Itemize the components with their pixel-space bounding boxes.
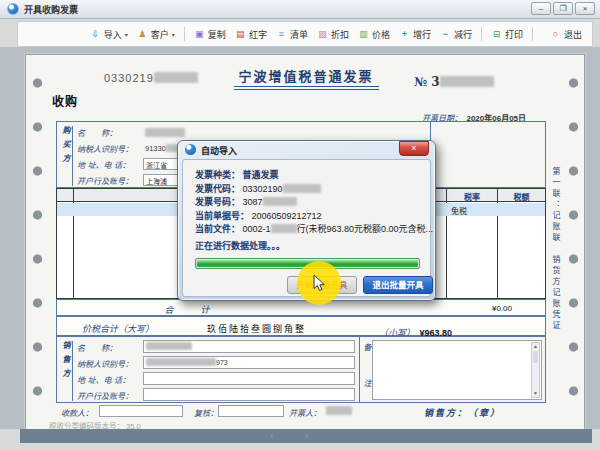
toolbar-button-label: 增行	[413, 28, 431, 41]
footer-band: ‹ ›	[20, 429, 592, 443]
reviewer-label: 复核：	[194, 407, 218, 418]
minimize-button[interactable]: –	[531, 2, 551, 15]
field-value-suffix: 行(未税963.80元税额0.00元含税...	[297, 224, 434, 234]
chevron-down-icon: ▾	[125, 31, 128, 38]
tax-amount-header-cell: 税额	[498, 191, 545, 202]
buyer-name-value	[145, 128, 185, 137]
toolbar-button-list[interactable]: ≡ 清单	[276, 28, 308, 41]
maximize-button[interactable]: ❐	[553, 2, 573, 15]
remarks-side-label: 备注	[361, 343, 372, 397]
number-symbol: №	[414, 75, 427, 89]
seller-bank-input[interactable]	[143, 388, 355, 401]
drawer-label: 开票人：	[289, 407, 321, 418]
field-label: 发票种类：	[195, 170, 240, 180]
toolbar-button-remove-row[interactable]: − 减行	[440, 28, 472, 41]
buyer-taxid-prefix: 91330	[145, 144, 166, 153]
amount-words-value: 玖佰陆拾叁圆捌角整	[207, 322, 306, 335]
toolbar-button-exit[interactable]: ○ 退出	[550, 28, 582, 41]
payee-label: 收款人：	[61, 407, 93, 418]
seller-address-label: 地 址、电 话：	[77, 374, 130, 385]
toolbar-button-label: 客户	[151, 28, 169, 41]
perforation-dots-right	[567, 61, 580, 425]
redacted-value	[271, 224, 297, 233]
field-value: 20060509212712	[252, 211, 322, 221]
invoice-code-prefix: 0330219	[104, 72, 154, 84]
window-title: 开具收购发票	[24, 3, 78, 16]
seller-seal-label: 销售方：（章）	[424, 406, 501, 419]
current-file-row: 当前文件： 0002-1行(未税963.80元税额0.00元含税...	[195, 222, 430, 236]
scrollbar-thumb[interactable]	[533, 351, 538, 363]
remarks-scrollbar[interactable]: ▲ ▼	[531, 342, 540, 398]
tax-rate-value: 免税	[451, 205, 467, 216]
field-label: 发票代码：	[195, 184, 240, 194]
stub-copy-label: 第一联：记账联 销货方记账凭证	[550, 167, 561, 399]
seller-name-input[interactable]	[143, 340, 355, 353]
field-label: 当前文件：	[195, 224, 240, 234]
tax-rate-header-cell: 税率	[447, 191, 497, 202]
title-bar: 开具收购发票 – ❐ ×	[0, 0, 600, 19]
redacted-value	[283, 184, 321, 193]
redacted-value	[263, 197, 297, 206]
dialog-close-button[interactable]: ×	[399, 141, 429, 156]
buyer-side-label: 购买方	[59, 126, 73, 186]
discount-icon: ▧	[317, 29, 328, 39]
field-value: 03302190	[243, 184, 283, 194]
list-icon: ≡	[276, 29, 287, 39]
amount-words-label: 价税合计（大写）	[82, 322, 154, 335]
red-letter-icon: ▤	[235, 29, 246, 39]
exit-batch-button[interactable]: 退出批量开具	[363, 276, 433, 294]
cursor-icon	[313, 274, 327, 293]
toolbar-button-print[interactable]: ⊟ 打印	[491, 28, 523, 41]
printer-icon: ⊟	[491, 29, 502, 39]
seller-taxid-input[interactable]: 973	[143, 356, 355, 369]
toolbar-button-copy[interactable]: ▣ 复制	[194, 28, 226, 41]
redacted-value	[154, 72, 198, 83]
toolbar-button-label: 红字	[249, 28, 267, 41]
scroll-up-icon[interactable]: ▲	[532, 343, 539, 350]
toolbar-button-import[interactable]: ⇩ 导入 ▾	[90, 28, 128, 41]
reviewer-input[interactable]	[218, 405, 284, 417]
toolbar-button-label: 折扣	[331, 28, 349, 41]
payee-input[interactable]	[99, 405, 183, 417]
toolbar-separator	[184, 27, 185, 41]
invoice-code-row: 发票代码： 03302190	[195, 182, 430, 196]
remarks-box[interactable]: ▲ ▼	[372, 340, 542, 400]
nav-right-icon: ›	[305, 430, 308, 441]
seller-taxid-label: 纳税人识别号：	[77, 358, 133, 369]
toolbar-button-add-row[interactable]: + 增行	[399, 28, 431, 41]
field-value: 0002-1	[243, 224, 271, 234]
toolbar-button-label: 复制	[208, 28, 226, 41]
toolbar-button-price[interactable]: ▥ 价格	[358, 28, 390, 41]
toolbar: ⇩ 导入 ▾ ♟ 客户 ▾ ▣ 复制 ▤ 红字 ≡ 清单 ▧ 折扣 ▥ 价格	[17, 21, 593, 47]
seller-side-label: 销售方	[59, 341, 73, 401]
app-window: 开具收购发票 – ❐ × ⇩ 导入 ▾ ♟ 客户 ▾ ▣ 复制 ▤ 红字 ≡ 清	[0, 0, 600, 450]
seller-name-label: 名 称：	[77, 342, 117, 353]
import-icon: ⇩	[90, 29, 101, 39]
invoice-code: 0330219	[104, 72, 198, 84]
close-button[interactable]: ×	[575, 2, 595, 15]
total-amount: ¥0.00	[452, 304, 512, 313]
invoice-title: 宁波增值税普通发票	[216, 66, 396, 85]
redacted-value	[146, 358, 216, 366]
seller-box: 销售方 名 称： 纳税人识别号： 973 地 址、电 话： 开户行及账号： 备注…	[56, 336, 546, 403]
dialog-title: 自动导入	[201, 144, 237, 157]
invoice-number: № 3	[414, 75, 494, 89]
toolbar-button-discount[interactable]: ▧ 折扣	[317, 28, 349, 41]
toolbar-separator	[481, 27, 482, 41]
toolbar-button-red-letter[interactable]: ▤ 红字	[235, 28, 267, 41]
seller-bank-label: 开户行及账号：	[77, 390, 133, 401]
chevron-down-icon: ▾	[172, 31, 175, 38]
buyer-address-label: 地 址、电 话：	[77, 159, 130, 170]
doc-type-label: 收购	[52, 92, 78, 109]
seller-address-input[interactable]	[143, 372, 355, 385]
drawer-value	[326, 406, 352, 415]
scroll-down-icon[interactable]: ▼	[532, 390, 539, 397]
nav-left-icon: ‹	[270, 430, 273, 441]
toolbar-button-customer[interactable]: ♟ 客户 ▾	[137, 28, 175, 41]
app-icon	[7, 3, 19, 15]
toolbar-button-label: 价格	[372, 28, 390, 41]
toolbar-separator	[532, 27, 533, 41]
redacted-value	[146, 342, 192, 350]
customer-icon: ♟	[137, 29, 148, 39]
total-row: 合 计 ¥0.00	[56, 299, 546, 316]
